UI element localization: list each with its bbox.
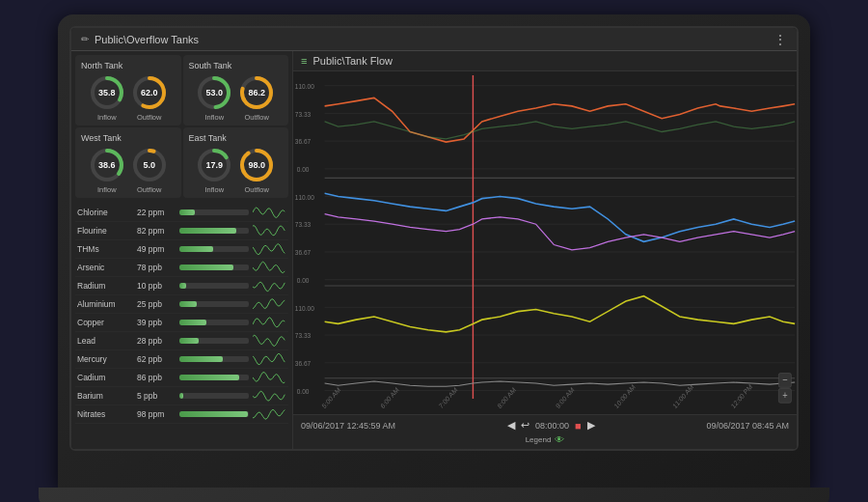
metric-bar-10 (179, 393, 183, 399)
inflow-gauge-svg-2: 38.6 (89, 147, 125, 183)
legend-bar: Legend 👁 (301, 434, 789, 445)
title-bar: ✏ Public\Overflow Tanks ⋮ (71, 28, 797, 51)
pencil-icon: ✏ (81, 34, 89, 44)
metric-bar-11 (179, 411, 248, 417)
metric-name-7: Lead (77, 336, 133, 346)
svg-text:36.67: 36.67 (295, 249, 311, 256)
metric-value-10: 5 ppb (137, 391, 176, 401)
prev-button[interactable]: ◀ (507, 419, 515, 432)
inflow-value-2: 38.6 (98, 160, 116, 170)
inflow-gauge-svg-0: 35.8 (89, 74, 125, 111)
metric-row-10: Barium 5 ppb (75, 387, 288, 405)
inflow-label-3: Inflow (204, 185, 224, 194)
inflow-label-0: Inflow (97, 113, 117, 122)
chart-area: 110.00 73.33 36.67 0.00 110.00 73.33 36.… (293, 71, 797, 414)
metric-value-6: 39 ppb (137, 318, 176, 327)
metric-row-8: Mercury 62 ppb (75, 350, 288, 369)
metric-name-6: Copper (77, 318, 133, 327)
outflow-gauge-3: 98.0 Outflow (238, 147, 275, 194)
tank-title-2: West Tank (79, 133, 122, 143)
metric-bar-8 (179, 356, 223, 362)
chart-svg: 110.00 73.33 36.67 0.00 110.00 73.33 36.… (293, 75, 797, 414)
svg-text:110.00: 110.00 (295, 193, 314, 200)
inflow-gauge-svg-3: 17.9 (196, 147, 232, 183)
eye-icon[interactable]: 👁 (555, 434, 564, 445)
metric-row-7: Lead 28 ppb (75, 332, 288, 350)
metric-value-2: 49 ppm (137, 244, 176, 254)
outflow-gauge-svg-1: 86.2 (238, 74, 275, 111)
metric-row-1: Flourine 82 ppm (75, 222, 288, 240)
svg-text:10:00 AM: 10:00 AM (613, 383, 637, 410)
metric-value-11: 98 ppm (137, 409, 176, 419)
tank-card-0: North Tank 35.8 Inflow (75, 55, 181, 126)
hamburger-icon[interactable]: ≡ (301, 55, 307, 67)
metric-bar-7 (179, 338, 199, 344)
left-panel: North Tank 35.8 Inflow (71, 51, 293, 449)
metric-bar-2 (179, 246, 213, 252)
svg-text:11:00 AM: 11:00 AM (671, 383, 694, 410)
tank-title-0: North Tank (79, 61, 122, 70)
tank-gauges-0: 35.8 Inflow 62.0 Outflow (89, 74, 168, 122)
stop-button[interactable]: ■ (575, 420, 582, 432)
outflow-label-0: Outflow (137, 113, 161, 122)
metric-name-9: Cadium (77, 373, 133, 382)
chart-bottom-bar: 09/06/2017 12:45:59 AM ◀ ↩ 08:00:00 ■ ▶ … (293, 414, 797, 449)
outflow-value-1: 86.2 (248, 88, 265, 98)
metric-name-3: Arsenic (77, 263, 133, 272)
svg-text:0.00: 0.00 (297, 166, 310, 173)
metric-row-5: Aluminium 25 ppb (75, 295, 288, 314)
metric-sparkline-7 (253, 334, 286, 348)
outflow-gauge-1: 86.2 Outflow (238, 74, 275, 122)
outflow-gauge-svg-0: 62.0 (131, 74, 168, 111)
metric-name-8: Mercury (77, 354, 133, 364)
metric-sparkline-4 (253, 279, 286, 293)
inflow-gauge-2: 38.6 Inflow (89, 147, 125, 194)
inflow-value-1: 53.0 (205, 88, 223, 98)
metric-sparkline-10 (253, 389, 286, 403)
metric-bar-container-5 (179, 301, 249, 307)
metric-bar-container-8 (179, 356, 249, 362)
svg-text:7:00 AM: 7:00 AM (438, 386, 459, 410)
svg-text:36.67: 36.67 (295, 138, 311, 145)
metric-value-4: 10 ppb (137, 281, 176, 291)
metric-value-9: 86 ppb (137, 373, 176, 382)
metric-bar-0 (179, 209, 195, 215)
tank-card-1: South Tank 53.0 Inflow (183, 55, 289, 126)
duration-display: 08:00:00 (535, 421, 569, 431)
svg-text:12:00 PM: 12:00 PM (730, 383, 753, 410)
metric-bar-9 (179, 375, 239, 380)
metric-row-0: Chlorine 22 ppm (75, 204, 288, 222)
right-panel: ≡ Public\Tank Flow (293, 51, 797, 449)
svg-text:110.00: 110.00 (295, 304, 314, 311)
outflow-value-3: 98.0 (248, 160, 265, 170)
time-controls-center: ◀ ↩ 08:00:00 ■ ▶ (507, 419, 595, 432)
laptop-screen: ✏ Public\Overflow Tanks ⋮ North Tank (69, 26, 799, 451)
svg-text:5:00 AM: 5:00 AM (321, 386, 342, 410)
metric-bar-container-6 (179, 320, 249, 325)
next-button[interactable]: ▶ (587, 419, 595, 432)
metric-bar-container-3 (179, 265, 249, 270)
metric-bar-5 (179, 301, 197, 307)
metric-name-4: Radium (77, 281, 133, 291)
metric-sparkline-3 (253, 261, 286, 274)
metric-bar-1 (179, 228, 236, 234)
tank-gauges-3: 17.9 Inflow 98.0 Outflow (196, 147, 275, 194)
metric-bar-container-4 (179, 283, 249, 289)
metric-row-3: Arsenic 78 ppb (75, 259, 288, 277)
svg-text:6:00 AM: 6:00 AM (379, 386, 400, 410)
metric-sparkline-5 (253, 297, 286, 311)
undo-button[interactable]: ↩ (521, 419, 529, 432)
svg-text:73.33: 73.33 (295, 110, 311, 117)
metric-value-8: 62 ppb (137, 354, 176, 364)
metric-sparkline-1 (253, 224, 286, 237)
metric-sparkline-6 (253, 316, 286, 329)
metric-value-7: 28 ppb (137, 336, 176, 346)
chart-header: ≡ Public\Tank Flow (293, 51, 797, 71)
metric-sparkline-0 (253, 206, 286, 219)
inflow-gauge-0: 35.8 Inflow (89, 74, 125, 122)
svg-text:0.00: 0.00 (297, 276, 310, 283)
outflow-gauge-svg-2: 5.0 (131, 147, 168, 183)
metric-value-3: 78 ppb (137, 263, 176, 272)
more-menu-icon[interactable]: ⋮ (773, 32, 787, 47)
tank-title-3: East Tank (187, 133, 227, 143)
